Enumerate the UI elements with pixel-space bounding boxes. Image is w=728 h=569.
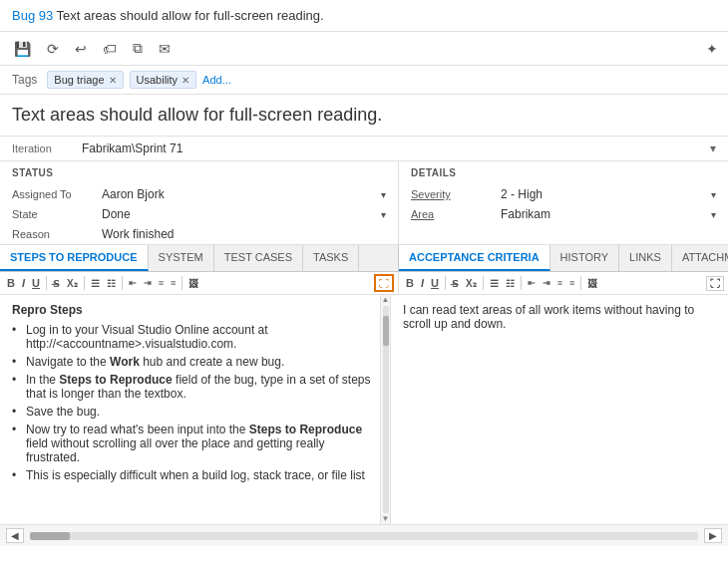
subscript-button[interactable]: X₂ bbox=[64, 277, 81, 290]
right-expand-button[interactable]: ⛶ bbox=[706, 276, 724, 291]
area-label: Area bbox=[411, 208, 501, 220]
indent-left-button[interactable]: ⇤ bbox=[126, 277, 140, 289]
repro-step-1: Log in to your Visual Studio Online acco… bbox=[12, 323, 376, 351]
iteration-dropdown-icon[interactable]: ▾ bbox=[710, 142, 716, 155]
right-strikethrough-button[interactable]: S̶ bbox=[449, 277, 462, 290]
bottom-scrollbar: ◀ ▶ bbox=[0, 524, 728, 546]
tags-label: Tags bbox=[12, 73, 37, 87]
right-sep4 bbox=[580, 276, 581, 290]
bug-title-text: Text areas should allow for full-screen … bbox=[53, 8, 323, 23]
tag-usability[interactable]: Usability ✕ bbox=[130, 71, 197, 89]
scroll-track bbox=[383, 306, 389, 513]
right-align-left-button[interactable]: ≡ bbox=[554, 277, 565, 289]
tab-steps-to-reproduce[interactable]: STEPS TO REPRODUCE bbox=[0, 245, 149, 271]
tag-usability-label: Usability bbox=[137, 74, 179, 86]
repro-step-6: This is especially difficult when a buil… bbox=[12, 468, 376, 482]
tag-icon[interactable]: 🏷 bbox=[99, 39, 121, 59]
assigned-to-chevron[interactable]: ▾ bbox=[381, 189, 386, 200]
right-italic-button[interactable]: I bbox=[418, 276, 427, 290]
assigned-to-dropdown[interactable]: Aaron Bjork ▾ bbox=[102, 187, 386, 201]
left-tabs: STEPS TO REPRODUCE SYSTEM TEST CASES TAS… bbox=[0, 245, 399, 271]
refresh-icon[interactable]: ⟳ bbox=[43, 39, 63, 59]
indent-right-button[interactable]: ⇥ bbox=[141, 277, 155, 289]
right-bold-button[interactable]: B bbox=[403, 276, 417, 290]
right-align-right-button[interactable]: ≡ bbox=[566, 277, 577, 289]
tab-acceptance-criteria[interactable]: ACCEPTANCE CRITERIA bbox=[399, 245, 550, 271]
tab-tasks[interactable]: TASKS bbox=[303, 245, 359, 271]
severity-dropdown[interactable]: 2 - High ▾ bbox=[501, 187, 716, 201]
right-sep2 bbox=[483, 276, 484, 290]
right-editor-toolbar: B I U S̶ X₂ ☰ ☷ ⇤ ⇥ ≡ ≡ 🖼 ⛶ bbox=[399, 272, 728, 294]
image-button[interactable]: 🖼 bbox=[185, 277, 201, 290]
undo-icon[interactable]: ↩ bbox=[71, 39, 91, 59]
repro-step-4: Save the bug. bbox=[12, 405, 376, 419]
assigned-to-value: Aaron Bjork bbox=[102, 187, 165, 201]
scroll-thumb[interactable] bbox=[383, 316, 389, 346]
tab-test-cases[interactable]: TEST CASES bbox=[214, 245, 303, 271]
state-label: State bbox=[12, 208, 102, 220]
tab-system[interactable]: SYSTEM bbox=[149, 245, 214, 271]
strikethrough-button[interactable]: S̶ bbox=[50, 277, 63, 290]
scroll-left-arrow[interactable]: ◀ bbox=[6, 528, 24, 543]
details-column: DETAILS Severity 2 - High ▾ Area Fabrika… bbox=[399, 161, 728, 244]
left-editor-toolbar: B I U S̶ X₂ ☰ ☷ ⇤ ⇥ ≡ ≡ 🖼 ⛶ bbox=[0, 272, 399, 294]
ol-button[interactable]: ☷ bbox=[104, 277, 119, 290]
sep2 bbox=[84, 276, 85, 290]
tab-history[interactable]: HISTORY bbox=[550, 245, 620, 271]
right-tabs: ACCEPTANCE CRITERIA HISTORY LINKS ATTACH… bbox=[399, 245, 728, 271]
horizontal-scroll-track[interactable] bbox=[30, 532, 698, 540]
save-icon[interactable]: 💾 bbox=[10, 39, 35, 59]
state-chevron[interactable]: ▾ bbox=[381, 209, 386, 220]
align-left-button[interactable]: ≡ bbox=[156, 277, 167, 289]
repro-step-2: Navigate to the Work hub and create a ne… bbox=[12, 355, 376, 369]
area-chevron[interactable]: ▾ bbox=[711, 209, 716, 220]
underline-button[interactable]: U bbox=[29, 276, 43, 290]
state-dropdown[interactable]: Done ▾ bbox=[102, 207, 386, 221]
right-ul-button[interactable]: ☰ bbox=[487, 277, 502, 290]
scroll-up-arrow[interactable]: ▲ bbox=[382, 296, 390, 304]
right-sep3 bbox=[521, 276, 522, 290]
ul-button[interactable]: ☰ bbox=[88, 277, 103, 290]
align-right-button[interactable]: ≡ bbox=[168, 277, 179, 289]
content-area: Repro Steps Log in to your Visual Studio… bbox=[0, 295, 728, 524]
area-value: Fabrikam bbox=[501, 207, 550, 221]
copy-icon[interactable]: ⧉ bbox=[129, 38, 147, 59]
tag-usability-close[interactable]: ✕ bbox=[182, 75, 189, 86]
bold-button[interactable]: B bbox=[4, 276, 18, 290]
tag-bug-triage-close[interactable]: ✕ bbox=[109, 75, 117, 86]
right-image-button[interactable]: 🖼 bbox=[584, 277, 600, 290]
repro-title: Repro Steps bbox=[12, 303, 376, 317]
italic-button[interactable]: I bbox=[19, 276, 28, 290]
settings-icon[interactable]: ✦ bbox=[706, 41, 718, 57]
severity-value: 2 - High bbox=[501, 187, 543, 201]
reason-value: Work finished bbox=[102, 227, 386, 241]
right-indent-left-button[interactable]: ⇤ bbox=[525, 277, 539, 289]
reason-row: Reason Work finished bbox=[0, 224, 398, 244]
area-row: Area Fabrikam ▾ bbox=[399, 204, 728, 224]
right-indent-right-button[interactable]: ⇥ bbox=[540, 277, 553, 289]
tab-links[interactable]: LINKS bbox=[619, 245, 672, 271]
add-tag-button[interactable]: Add... bbox=[202, 74, 231, 86]
email-icon[interactable]: ✉ bbox=[155, 39, 175, 59]
right-underline-button[interactable]: U bbox=[428, 276, 442, 290]
title-bar: Bug 93 Text areas should allow for full-… bbox=[0, 0, 728, 32]
repro-content: Repro Steps Log in to your Visual Studio… bbox=[0, 295, 390, 514]
expand-button[interactable]: ⛶ bbox=[374, 274, 394, 292]
scroll-down-arrow[interactable]: ▼ bbox=[382, 515, 390, 523]
details-header: DETAILS bbox=[399, 161, 728, 184]
repro-scrollbar[interactable]: ▲ ▼ bbox=[380, 295, 390, 524]
iteration-label: Iteration bbox=[12, 142, 82, 154]
tab-attachment[interactable]: ATTACHMENT bbox=[672, 245, 728, 271]
horizontal-scroll-thumb[interactable] bbox=[30, 532, 70, 540]
work-item-title: Text areas should allow for full-screen … bbox=[0, 95, 728, 137]
tag-bug-triage[interactable]: Bug triage ✕ bbox=[47, 71, 123, 89]
right-subscript-button[interactable]: X₂ bbox=[463, 277, 480, 290]
right-sep1 bbox=[445, 276, 446, 290]
area-dropdown[interactable]: Fabrikam ▾ bbox=[501, 207, 716, 221]
bug-link[interactable]: Bug 93 bbox=[12, 8, 53, 23]
right-ol-button[interactable]: ☷ bbox=[503, 277, 518, 290]
severity-chevron[interactable]: ▾ bbox=[711, 189, 716, 200]
two-column-section: STATUS Assigned To Aaron Bjork ▾ State D… bbox=[0, 161, 728, 245]
scroll-right-arrow[interactable]: ▶ bbox=[704, 528, 722, 543]
assigned-to-row: Assigned To Aaron Bjork ▾ bbox=[0, 184, 398, 204]
